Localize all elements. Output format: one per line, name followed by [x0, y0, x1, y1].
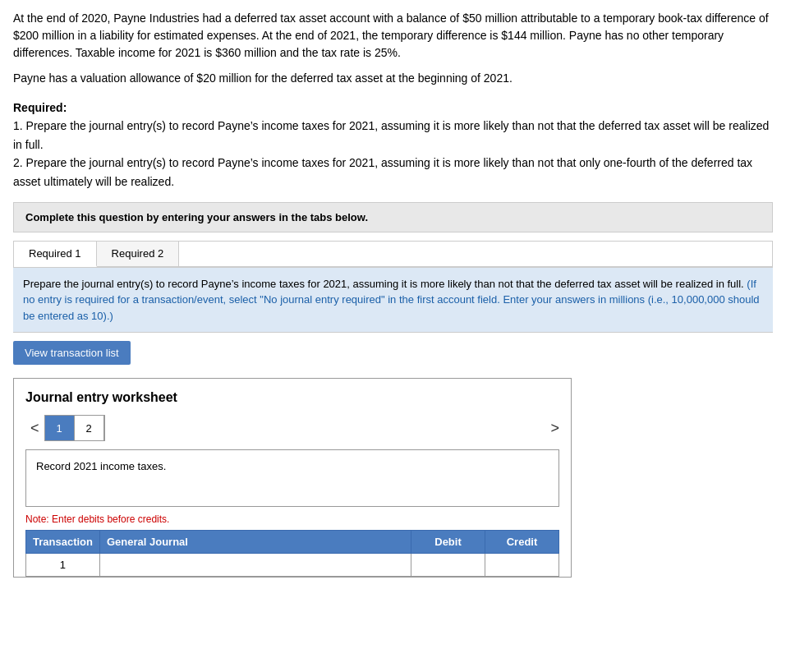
instruction-box: Complete this question by entering your … — [13, 202, 773, 232]
row1-debit-input[interactable] — [411, 554, 485, 577]
tab-required-1[interactable]: Required 1 — [14, 242, 97, 267]
intro-paragraph1: At the end of 2020, Payne Industries had… — [13, 10, 773, 62]
nav-prev-arrow[interactable]: < — [25, 418, 44, 439]
col-header-transaction: Transaction — [26, 531, 100, 554]
page-tab-2[interactable]: 2 — [75, 416, 104, 440]
credit-field[interactable] — [492, 559, 552, 571]
view-transaction-list-button[interactable]: View transaction list — [13, 341, 131, 365]
record-description-box: Record 2021 income taxes. — [25, 449, 559, 507]
tab-required-2[interactable]: Required 2 — [97, 242, 180, 266]
row1-general-journal-input[interactable] — [99, 554, 411, 577]
worksheet-container: Journal entry worksheet < 1 2 > Record 2… — [13, 378, 572, 578]
journal-table: Transaction General Journal Debit Credit… — [25, 530, 559, 577]
debit-field[interactable] — [418, 559, 478, 571]
col-header-debit: Debit — [411, 531, 485, 554]
col-header-credit: Credit — [485, 531, 559, 554]
tabs-row: Required 1 Required 2 — [14, 242, 772, 267]
required-2-text: 2. Prepare the journal entry(s) to recor… — [13, 154, 773, 191]
worksheet-title: Journal entry worksheet — [25, 390, 559, 405]
tab-content-area: Prepare the journal entry(s) to record P… — [13, 268, 773, 334]
row1-credit-input[interactable] — [485, 554, 559, 577]
intro-paragraph2: Payne has a valuation allowance of $20 m… — [13, 70, 773, 87]
table-row: 1 — [26, 554, 559, 577]
row1-transaction-num: 1 — [26, 554, 100, 577]
note-text: Note: Enter debits before credits. — [25, 513, 559, 525]
page-tab-1[interactable]: 1 — [45, 416, 75, 440]
worksheet-nav: < 1 2 > — [25, 415, 559, 441]
nav-next-arrow[interactable]: > — [550, 420, 559, 437]
general-journal-field[interactable] — [107, 559, 404, 571]
page-tabs: 1 2 — [44, 415, 105, 441]
record-text: Record 2021 income taxes. — [36, 460, 166, 472]
tab-main-text: Prepare the journal entry(s) to record P… — [23, 278, 744, 290]
tabs-container: Required 1 Required 2 — [13, 241, 773, 268]
col-header-journal: General Journal — [99, 531, 411, 554]
required-1-text: 1. Prepare the journal entry(s) to recor… — [13, 117, 773, 154]
required-title: Required: — [13, 99, 773, 117]
intro-section: At the end of 2020, Payne Industries had… — [13, 10, 773, 191]
table-header-row: Transaction General Journal Debit Credit — [26, 531, 559, 554]
